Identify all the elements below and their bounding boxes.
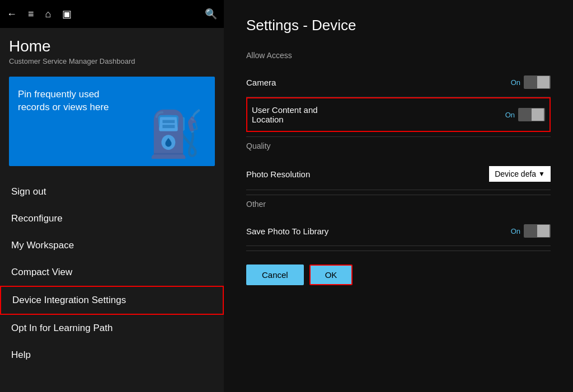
toggle-container-save-photo: On: [511, 224, 551, 238]
divider-3: [246, 251, 551, 251]
toggle-thumb-camera: [537, 76, 549, 88]
setting-name-photo-resolution: Photo Resolution: [246, 169, 310, 179]
nav-item-help[interactable]: Help: [0, 342, 224, 369]
toggle-label-save-photo: On: [511, 227, 520, 235]
left-panel: ← ≡ ⌂ ▣ 🔍 Home Customer Service Manager …: [0, 0, 224, 392]
cursor-icon: ⛽: [148, 108, 204, 160]
toggle-label-user-content: On: [505, 111, 515, 119]
cancel-button[interactable]: Cancel: [246, 265, 304, 285]
pin-banner-text: Pin frequently used records or views her…: [18, 88, 130, 115]
search-icon[interactable]: 🔍: [205, 8, 217, 20]
toggle-thumb-save-photo: [537, 225, 549, 237]
nav-item-myworkspace[interactable]: My Workspace: [0, 232, 224, 259]
divider-1: [246, 136, 551, 137]
button-row: Cancel OK: [246, 265, 551, 285]
toggle-container-camera: On: [511, 75, 551, 89]
right-panel: Settings - Device Allow Access Camera On…: [224, 0, 573, 392]
toggle-label-camera: On: [511, 78, 520, 87]
section-label-allow-access: Allow Access: [246, 51, 551, 60]
setting-row-user-content: User Content andLocation On: [246, 97, 551, 132]
back-icon[interactable]: ←: [7, 8, 17, 20]
chevron-down-icon: ▼: [538, 170, 545, 178]
home-header: Home Customer Service Manager Dashboard: [0, 28, 224, 70]
pin-banner: Pin frequently used records or views her…: [9, 77, 215, 166]
toggle-save-photo[interactable]: [524, 224, 551, 238]
setting-name-camera: Camera: [246, 78, 276, 87]
home-icon[interactable]: ⌂: [45, 8, 51, 20]
setting-row-save-photo: Save Photo To Library On: [246, 216, 551, 246]
window-icon[interactable]: ▣: [62, 8, 72, 20]
nav-item-compactview[interactable]: Compact View: [0, 259, 224, 286]
top-bar: ← ≡ ⌂ ▣ 🔍: [0, 0, 224, 28]
setting-name-save-photo: Save Photo To Library: [246, 226, 328, 236]
toggle-user-content[interactable]: [518, 108, 545, 121]
nav-item-signout[interactable]: Sign out: [0, 178, 224, 205]
select-value: Device defa: [495, 169, 536, 178]
nav-menu: Sign out Reconfigure My Workspace Compac…: [0, 178, 224, 392]
nav-item-reconfigure[interactable]: Reconfigure: [0, 205, 224, 232]
toggle-thumb-user-content: [532, 108, 544, 121]
section-label-other: Other: [246, 200, 551, 209]
photo-resolution-select[interactable]: Device defa ▼: [489, 166, 551, 182]
ok-button[interactable]: OK: [309, 265, 353, 285]
toggle-camera[interactable]: [524, 75, 551, 89]
toggle-container-user-content: On: [505, 108, 545, 121]
section-label-quality: Quality: [246, 141, 551, 150]
setting-name-user-content: User Content andLocation: [252, 105, 318, 124]
page-subtitle: Customer Service Manager Dashboard: [9, 57, 215, 65]
nav-item-learningpath[interactable]: Opt In for Learning Path: [0, 315, 224, 342]
page-title: Home: [9, 37, 215, 56]
setting-row-photo-resolution: Photo Resolution Device defa ▼: [246, 158, 551, 190]
nav-item-devicesettings[interactable]: Device Integration Settings: [0, 286, 224, 315]
menu-icon[interactable]: ≡: [28, 8, 34, 20]
setting-row-camera: Camera On: [246, 68, 551, 97]
divider-2: [246, 195, 551, 195]
settings-title: Settings - Device: [246, 17, 551, 34]
